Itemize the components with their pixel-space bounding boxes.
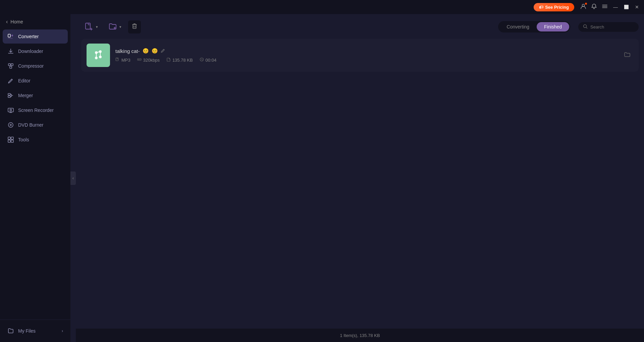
svg-rect-8 (10, 66, 12, 68)
window-controls: — ⬜ ✕ (580, 3, 640, 11)
collapse-handle-inner: ‹ (70, 172, 76, 185)
add-file-button[interactable]: ▾ (81, 19, 101, 34)
svg-point-26 (95, 57, 98, 59)
compressor-label: Compressor (18, 63, 44, 69)
svg-rect-4 (8, 34, 10, 37)
sidebar-bottom: My Files › (0, 320, 70, 342)
collapse-chevron-icon: ‹ (72, 176, 74, 181)
my-files-icon (7, 328, 14, 334)
title-bar: 🏷 See Pricing — ⬜ ✕ (0, 0, 644, 14)
merger-icon (7, 92, 14, 99)
svg-rect-31 (140, 59, 140, 60)
svg-rect-15 (8, 137, 10, 139)
see-pricing-button[interactable]: 🏷 See Pricing (534, 3, 574, 11)
filesize-icon (166, 57, 171, 63)
svg-rect-11 (8, 108, 13, 112)
tab-group: Converting Finished (498, 21, 570, 32)
svg-point-21 (584, 24, 587, 27)
sidebar-collapse-handle[interactable]: ‹ (70, 14, 76, 342)
format-icon (115, 57, 120, 63)
my-files-arrow-icon: › (62, 329, 63, 333)
downloader-label: Downloader (18, 49, 43, 54)
search-icon (583, 24, 588, 30)
screen-recorder-icon (7, 107, 14, 114)
file-filesize: 135.78 KB (172, 58, 193, 63)
table-row: talking cat- 😊 😊 (81, 39, 639, 72)
svg-rect-29 (138, 59, 141, 60)
sidebar-item-compressor[interactable]: Compressor (3, 59, 68, 73)
svg-point-27 (99, 56, 102, 58)
add-folder-dropdown-icon: ▾ (119, 25, 121, 29)
file-meta: MP3 320kbps (115, 57, 616, 63)
maximize-button[interactable]: ⬜ (623, 5, 629, 9)
status-bar: 1 Item(s), 135.78 KB (76, 329, 644, 342)
meta-duration: 00:04 (200, 57, 217, 63)
user-icon[interactable] (580, 3, 586, 11)
pricing-icon: 🏷 (539, 5, 543, 10)
editor-icon (7, 77, 14, 84)
sidebar-item-my-files[interactable]: My Files › (3, 324, 68, 338)
sidebar-item-converter[interactable]: Converter (3, 29, 68, 44)
see-pricing-label: See Pricing (545, 5, 569, 10)
svg-rect-6 (8, 64, 10, 66)
merger-label: Merger (18, 93, 33, 98)
home-label: Home (10, 19, 23, 24)
add-folder-button[interactable]: ▾ (105, 19, 125, 34)
status-text: 1 Item(s), 135.78 KB (340, 333, 380, 338)
sidebar-item-downloader[interactable]: Downloader (3, 44, 68, 58)
file-duration: 00:04 (206, 58, 217, 63)
search-input[interactable] (590, 24, 631, 29)
sidebar-item-dvd-burner[interactable]: DVD Burner (3, 118, 68, 132)
sidebar: ‹ Home Converter (0, 14, 70, 342)
svg-rect-18 (11, 140, 13, 142)
menu-icon[interactable] (602, 3, 608, 11)
duration-icon (200, 57, 204, 63)
toolbar: ▾ ▾ Converting (81, 19, 639, 34)
file-emoji-1: 😊 (143, 48, 149, 54)
svg-rect-9 (8, 93, 10, 95)
sidebar-item-merger[interactable]: Merger (3, 88, 68, 102)
sidebar-item-editor[interactable]: Editor (3, 74, 68, 88)
home-chevron-icon: ‹ (6, 19, 8, 25)
compressor-icon (7, 63, 14, 69)
tools-label: Tools (18, 137, 29, 142)
file-info: talking cat- 😊 😊 (115, 48, 616, 63)
svg-point-13 (8, 123, 13, 127)
sidebar-home[interactable]: ‹ Home (0, 14, 70, 29)
file-bitrate: 320kbps (143, 58, 160, 63)
converter-label: Converter (18, 34, 39, 39)
notification-icon[interactable] (591, 3, 597, 11)
tab-converting[interactable]: Converting (499, 22, 537, 31)
svg-point-12 (10, 109, 12, 111)
svg-rect-16 (11, 137, 13, 139)
file-name: talking cat- (115, 48, 140, 54)
svg-rect-7 (11, 64, 13, 66)
open-folder-button[interactable] (621, 50, 633, 61)
app-layout: ‹ Home Converter (0, 14, 644, 342)
meta-bitrate: 320kbps (137, 57, 160, 63)
svg-rect-10 (8, 96, 10, 97)
add-file-dropdown-icon: ▾ (96, 25, 98, 29)
minimize-button[interactable]: — (612, 4, 619, 10)
svg-point-14 (10, 124, 11, 126)
dvd-burner-icon (7, 122, 14, 128)
sidebar-item-screen-recorder[interactable]: Screen Recorder (3, 103, 68, 117)
file-thumbnail (87, 44, 110, 67)
search-box (578, 22, 639, 32)
svg-rect-5 (8, 38, 13, 39)
sidebar-nav: Converter Downloader (0, 29, 70, 320)
clear-all-button[interactable] (128, 20, 141, 33)
main-content: ▾ ▾ Converting (76, 14, 644, 342)
file-format: MP3 (121, 58, 130, 63)
file-title-row: talking cat- 😊 😊 (115, 48, 616, 54)
tab-finished[interactable]: Finished (537, 22, 569, 31)
file-edit-icon[interactable] (161, 48, 165, 54)
close-button[interactable]: ✕ (634, 4, 640, 10)
screen-recorder-label: Screen Recorder (18, 108, 54, 113)
meta-filesize: 135.78 KB (166, 57, 193, 63)
sidebar-item-tools[interactable]: Tools (3, 133, 68, 147)
converter-icon (7, 33, 14, 40)
svg-rect-30 (138, 59, 139, 60)
my-files-label: My Files (18, 328, 36, 334)
meta-format: MP3 (115, 57, 130, 63)
